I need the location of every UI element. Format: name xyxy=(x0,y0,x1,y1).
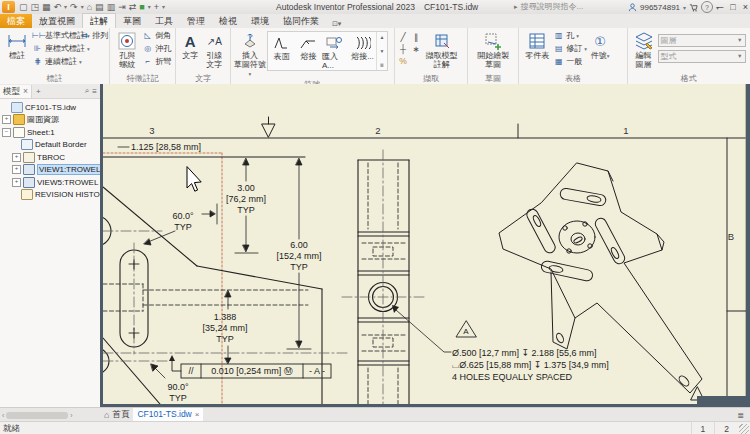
gallery-up-icon[interactable]: ▲ xyxy=(379,34,384,40)
gallery-down-icon[interactable]: ▼ xyxy=(379,48,384,54)
help-search[interactable]: ▸ 搜尋說明與指令... xyxy=(514,1,583,12)
tree-item-document[interactable]: CF101-TS.idw xyxy=(0,101,100,114)
drawing-canvas[interactable]: 3 2 1 B xyxy=(100,84,750,407)
tab-place-views[interactable]: 放置視圖 xyxy=(32,14,82,28)
retrieve-model-annotation-button[interactable]: 擷取模型註解 xyxy=(423,29,461,69)
add-icon[interactable]: + xyxy=(154,2,159,12)
center-axis-icon[interactable]: % xyxy=(397,55,410,67)
expand-icon[interactable]: + xyxy=(12,165,21,174)
tab-environments[interactable]: 環境 xyxy=(244,14,276,28)
undo-icon[interactable]: ↶ xyxy=(54,2,62,12)
browser-hscrollbar[interactable]: ‹ › xyxy=(0,412,100,419)
browser-close-icon[interactable]: × xyxy=(23,85,28,98)
search-arrow-icon[interactable]: ▸ xyxy=(514,3,518,11)
qat-customize-icon[interactable]: ▾ xyxy=(162,2,165,12)
layer-dropdown-icon[interactable]: ▼ xyxy=(737,37,742,43)
maximize-button[interactable]: □ xyxy=(730,2,735,12)
insert-sketch-symbol-button[interactable]: 插入草圖符號▾ xyxy=(233,29,267,79)
start-sketch-button[interactable]: 開始繪製草圖 xyxy=(472,29,514,69)
tab-collaborate[interactable]: 協同作業 xyxy=(276,14,326,28)
tree-item-title-block[interactable]: + TBROC xyxy=(0,151,100,164)
panel-label-retrieve[interactable]: 擷取 xyxy=(397,73,466,84)
tab-manage[interactable]: 管理 xyxy=(180,14,212,28)
section-view[interactable] xyxy=(342,150,424,404)
expand-icon[interactable]: + xyxy=(12,178,21,187)
centerline-bisector-icon[interactable]: ∥ xyxy=(410,31,423,43)
panel-label-feature-notes[interactable]: 特徵註記 xyxy=(112,73,173,84)
chain-dimension-button[interactable]: ⋕ 連續標註▾ xyxy=(32,57,90,67)
dim-90-deg[interactable]: 90.0° TYP xyxy=(167,382,189,403)
help-icon[interactable]: ? xyxy=(701,1,713,13)
welding-symbol-button[interactable]: 熔接 xyxy=(295,32,322,70)
tree-item-revision-history[interactable]: REVISION HISTORY (1 xyxy=(0,189,100,202)
user-dropdown-icon[interactable]: ▾ xyxy=(683,4,686,11)
collapse-icon[interactable]: − xyxy=(2,128,11,137)
dimension-button[interactable]: 標註 xyxy=(2,29,32,60)
cart-icon[interactable] xyxy=(689,3,698,12)
save-icon[interactable]: ▦ xyxy=(42,2,51,12)
view-icon[interactable]: ▤ xyxy=(95,2,104,12)
caterpillar-weld-button[interactable]: 熔接... xyxy=(349,32,376,70)
close-button[interactable]: × xyxy=(743,2,748,12)
browser-menu-icon[interactable]: ≡ xyxy=(92,87,97,96)
scroll-left-icon[interactable]: ‹ xyxy=(2,412,4,419)
leader-text-button[interactable]: ↗A 引線文字 xyxy=(202,29,226,69)
panel-label-text[interactable]: 文字 xyxy=(178,73,228,84)
new-icon[interactable]: ▢ xyxy=(19,2,28,12)
tree-item-view5[interactable]: + VIEW5:TROWEL SPIDE xyxy=(0,176,100,189)
sheet-number-1[interactable]: 1 xyxy=(691,422,715,434)
gallery-expand-icon[interactable]: ≣ xyxy=(380,62,384,68)
print-icon[interactable]: ▥ xyxy=(107,2,116,12)
ribbon-display-toggle-icon[interactable]: ⊡▾ xyxy=(332,20,341,28)
sheet-number-2[interactable]: 2 xyxy=(714,422,738,434)
dim-60-deg[interactable]: 60.0° TYP xyxy=(172,211,194,232)
import-symbol-button[interactable]: 匯入 A... xyxy=(322,32,349,70)
minimize-button[interactable]: ─ xyxy=(717,2,723,12)
style-select[interactable]: 型式▼ xyxy=(658,50,746,63)
expand-icon[interactable]: + xyxy=(12,153,21,162)
ordinate-dimension-button[interactable]: ⊪ 座標式標註▾ xyxy=(32,44,90,54)
tab-list-icon[interactable]: ≣ xyxy=(737,411,744,420)
iso-view[interactable] xyxy=(499,163,702,393)
user-icon[interactable] xyxy=(628,3,637,12)
chamfer-button[interactable]: ◺倒角 xyxy=(142,31,171,41)
resize-grip[interactable] xyxy=(739,424,749,434)
dim-3-00[interactable]: 3.00 [76,2 mm] TYP xyxy=(226,183,266,215)
panel-label-sketch[interactable]: 草圖 xyxy=(470,73,516,84)
scrollbar-thumb[interactable] xyxy=(6,412,68,419)
link-icon[interactable]: ⇥ xyxy=(118,2,126,12)
refresh-icon[interactable]: ⇄ xyxy=(129,2,137,12)
user-id[interactable]: 996574891 xyxy=(640,3,680,12)
scroll-right-icon[interactable]: › xyxy=(70,412,72,419)
arrange-button[interactable]: ⇉排列 xyxy=(79,31,108,41)
tree-item-sheet1[interactable]: − Sheet:1 xyxy=(0,126,100,139)
tab-sketch[interactable]: 草圖 xyxy=(116,14,148,28)
browser-add-icon[interactable]: + xyxy=(36,87,41,96)
tab-tools[interactable]: 工具 xyxy=(148,14,180,28)
surface-texture-button[interactable]: 表面 xyxy=(268,32,295,70)
browser-tab-model[interactable]: 模型× xyxy=(0,85,32,98)
home-icon[interactable]: ⌂ xyxy=(87,2,92,12)
layer-select[interactable]: 圖層▼ xyxy=(658,34,746,47)
text-button[interactable]: A 文字 xyxy=(178,29,202,60)
appearance-dropdown-icon[interactable]: ▾ xyxy=(148,2,151,12)
tab-file[interactable]: 檔案 xyxy=(0,14,32,28)
search-placeholder[interactable]: 搜尋說明與指令... xyxy=(521,1,584,12)
open-icon[interactable]: ◳ xyxy=(31,2,40,12)
browser-search-icon[interactable]: ⌕ xyxy=(85,86,89,96)
edit-layers-button[interactable]: 編輯圖層 xyxy=(630,29,658,69)
centered-pattern-icon[interactable]: ∗ xyxy=(410,43,423,55)
revision-table-button[interactable]: ▤ 修訂▾ xyxy=(553,44,587,54)
tree-item-default-border[interactable]: Default Border xyxy=(0,139,100,152)
undo-dropdown-icon[interactable]: ▾ xyxy=(64,2,67,12)
dim-1-388[interactable]: 1.388 [35,24 mm] TYP xyxy=(202,312,247,344)
center-mark-icon[interactable]: ┼ xyxy=(397,43,410,55)
panel-label-dimension[interactable]: 標註 xyxy=(2,73,107,84)
expand-icon[interactable]: + xyxy=(2,115,11,124)
hole-table-button[interactable]: ▥ 孔▾ xyxy=(553,31,587,41)
view-boundary-highlight[interactable] xyxy=(103,153,222,404)
fcf[interactable]: // 0.010 [0,254 mm] Ⓜ - A - xyxy=(169,355,331,378)
tab-annotate[interactable]: 註解 xyxy=(82,13,116,28)
tab-home[interactable]: ⌂ 首頁 xyxy=(100,409,133,422)
general-table-button[interactable]: ▦ 一般 xyxy=(553,57,587,67)
